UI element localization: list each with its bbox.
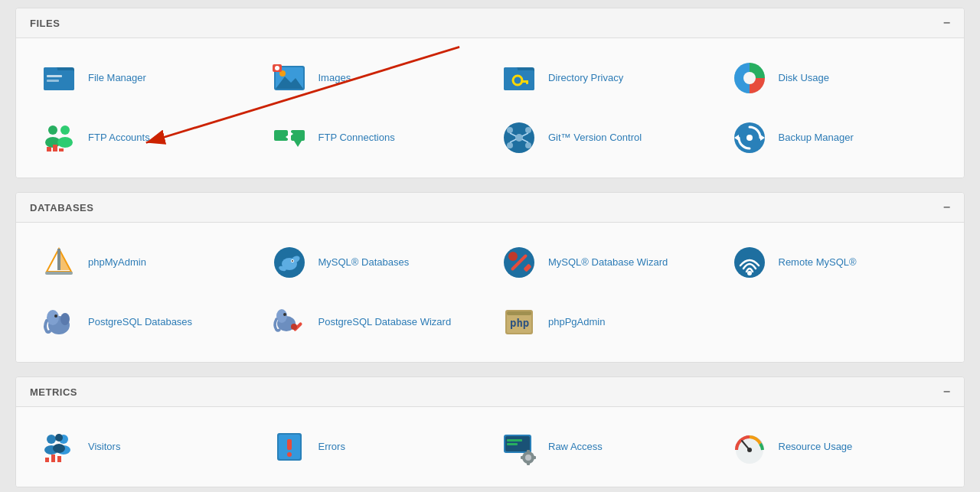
files-section-header: FILES − bbox=[16, 8, 964, 38]
errors-item[interactable]: Errors bbox=[260, 421, 491, 473]
svg-rect-5 bbox=[47, 75, 62, 77]
images-item[interactable]: Images bbox=[260, 52, 491, 104]
phppgadmin-item[interactable]: php phpPgAdmin bbox=[490, 296, 720, 348]
ftp-connections-label: FTP Connections bbox=[318, 131, 395, 145]
svg-rect-86 bbox=[51, 455, 55, 462]
postgresql-databases-label: PostgreSQL Databases bbox=[88, 315, 192, 329]
svg-point-38 bbox=[507, 127, 513, 133]
svg-rect-35 bbox=[296, 139, 299, 144]
mysql-database-wizard-label: MySQL® Database Wizard bbox=[548, 256, 668, 269]
mysql-databases-item[interactable]: MySQL® Databases bbox=[260, 236, 491, 288]
ftp-accounts-icon bbox=[39, 118, 79, 158]
ftp-accounts-item[interactable]: FTP Accounts bbox=[30, 112, 260, 164]
file-manager-icon bbox=[39, 58, 79, 98]
metrics-collapse-icon[interactable]: − bbox=[943, 385, 950, 399]
visitors-icon bbox=[39, 427, 79, 467]
svg-point-37 bbox=[515, 134, 523, 142]
databases-section: DATABASES − phpMyAdmin bbox=[15, 192, 965, 363]
visitors-item[interactable]: Visitors bbox=[30, 421, 260, 473]
svg-rect-99 bbox=[527, 462, 530, 465]
images-icon bbox=[270, 58, 309, 98]
file-manager-item[interactable]: File Manager bbox=[30, 52, 260, 104]
resource-usage-item[interactable]: Resource Usage bbox=[720, 421, 951, 473]
svg-rect-6 bbox=[47, 80, 59, 82]
svg-point-24 bbox=[57, 137, 73, 148]
mysql-databases-label: MySQL® Databases bbox=[318, 256, 410, 269]
backup-manager-label: Backup Manager bbox=[779, 131, 854, 145]
databases-collapse-icon[interactable]: − bbox=[943, 200, 950, 214]
svg-point-104 bbox=[747, 448, 752, 452]
phpmyadmin-label: phpMyAdmin bbox=[88, 256, 146, 269]
git-version-control-label: Git™ Version Control bbox=[548, 131, 642, 145]
git-version-control-item[interactable]: Git™ Version Control bbox=[490, 112, 720, 164]
svg-point-67 bbox=[47, 310, 59, 325]
phppgadmin-label: phpPgAdmin bbox=[548, 315, 605, 329]
svg-point-65 bbox=[747, 271, 752, 275]
images-label: Images bbox=[318, 71, 351, 85]
mysql-database-wizard-icon bbox=[499, 243, 539, 282]
svg-point-40 bbox=[507, 142, 513, 148]
databases-section-header: DATABASES − bbox=[16, 193, 964, 223]
svg-rect-53 bbox=[57, 249, 60, 270]
svg-point-20 bbox=[743, 72, 756, 84]
files-items-grid: File Manager Images bbox=[30, 52, 950, 164]
remote-mysql-item[interactable]: Remote MySQL® bbox=[720, 236, 951, 288]
svg-point-69 bbox=[54, 314, 57, 318]
metrics-items-grid: Visitors Errors bbox=[30, 421, 950, 473]
svg-rect-29 bbox=[291, 130, 305, 141]
files-section-body: File Manager Images bbox=[16, 38, 964, 178]
svg-point-72 bbox=[283, 313, 286, 316]
svg-point-59 bbox=[292, 260, 293, 262]
svg-rect-95 bbox=[507, 443, 518, 445]
files-section: FILES − bbox=[15, 8, 965, 178]
svg-rect-25 bbox=[47, 147, 51, 152]
files-collapse-icon[interactable]: − bbox=[943, 16, 950, 30]
svg-rect-27 bbox=[59, 148, 64, 152]
directory-privacy-label: Directory Privacy bbox=[548, 71, 623, 85]
disk-usage-icon bbox=[730, 58, 769, 98]
backup-manager-item[interactable]: Backup Manager bbox=[720, 112, 951, 164]
raw-access-item[interactable]: Raw Access bbox=[490, 421, 720, 473]
directory-privacy-icon bbox=[499, 58, 539, 98]
postgresql-databases-item[interactable]: PostgreSQL Databases bbox=[30, 296, 260, 348]
postgresql-databases-icon bbox=[39, 302, 79, 342]
svg-text:php: php bbox=[510, 317, 529, 329]
svg-point-21 bbox=[48, 125, 57, 135]
svg-point-74 bbox=[291, 324, 297, 330]
ftp-accounts-label: FTP Accounts bbox=[88, 131, 150, 145]
ftp-connections-item[interactable]: FTP Connections bbox=[260, 112, 491, 164]
directory-privacy-item[interactable]: Directory Privacy bbox=[490, 52, 720, 104]
file-manager-label: File Manager bbox=[88, 71, 146, 85]
svg-rect-85 bbox=[45, 458, 49, 462]
svg-rect-18 bbox=[526, 80, 528, 84]
postgresql-database-wizard-item[interactable]: PostgreSQL Database Wizard bbox=[260, 296, 491, 348]
svg-point-83 bbox=[55, 434, 63, 441]
svg-rect-98 bbox=[527, 450, 530, 453]
metrics-section-body: Visitors Errors bbox=[16, 407, 964, 487]
disk-usage-item[interactable]: Disk Usage bbox=[720, 52, 951, 104]
svg-point-62 bbox=[508, 252, 518, 261]
ftp-connections-icon bbox=[270, 118, 309, 158]
databases-section-title: DATABASES bbox=[30, 202, 93, 213]
mysql-databases-icon bbox=[270, 243, 309, 282]
files-section-title: FILES bbox=[30, 18, 60, 29]
svg-rect-28 bbox=[274, 130, 288, 141]
metrics-section: METRICS − bbox=[15, 376, 965, 487]
mysql-database-wizard-item[interactable]: MySQL® Database Wizard bbox=[490, 236, 720, 288]
svg-rect-101 bbox=[533, 456, 536, 459]
errors-icon bbox=[270, 427, 309, 467]
svg-point-79 bbox=[47, 435, 56, 444]
svg-rect-78 bbox=[507, 311, 531, 315]
postgresql-database-wizard-icon bbox=[270, 302, 309, 342]
svg-point-71 bbox=[276, 309, 287, 323]
databases-items-grid: phpMyAdmin bbox=[30, 236, 950, 348]
svg-rect-52 bbox=[45, 272, 73, 275]
errors-label: Errors bbox=[318, 440, 345, 454]
remote-mysql-label: Remote MySQL® bbox=[779, 256, 857, 269]
phpmyadmin-item[interactable]: phpMyAdmin bbox=[30, 236, 260, 288]
postgresql-database-wizard-label: PostgreSQL Database Wizard bbox=[318, 315, 452, 329]
metrics-section-header: METRICS − bbox=[16, 377, 964, 407]
svg-point-68 bbox=[60, 313, 70, 325]
disk-usage-label: Disk Usage bbox=[779, 71, 829, 85]
resource-usage-label: Resource Usage bbox=[779, 440, 853, 454]
